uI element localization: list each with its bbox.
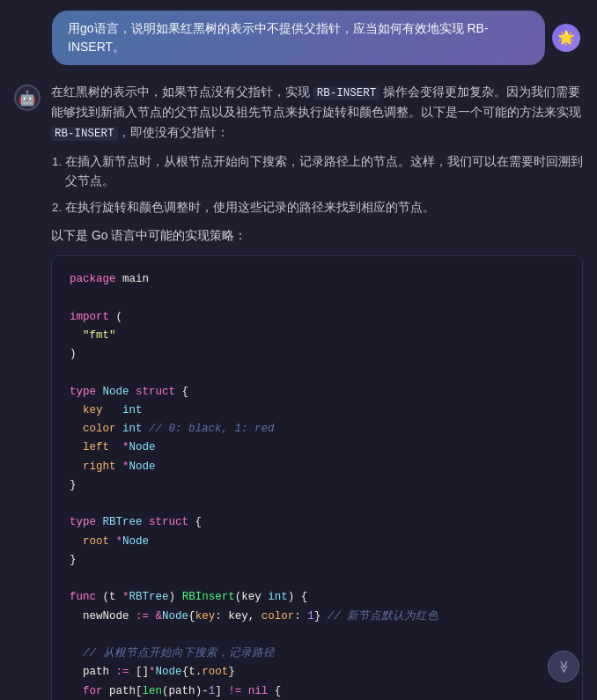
section-heading: 以下是 Go 语言中可能的实现策略： <box>51 225 583 247</box>
code-block[interactable]: package main import ( "fmt" ) type Node … <box>51 255 583 700</box>
user-avatar: 🌟 <box>552 24 580 52</box>
page-container: 用go语言，说明如果红黑树的表示中不提供父指针，应当如何有效地实现 RB-INS… <box>0 0 597 700</box>
ai-response-container: 🤖 在红黑树的表示中，如果节点没有父指针，实现 RB-INSERT 操作会变得更… <box>0 72 597 700</box>
code-content: package main import ( "fmt" ) type Node … <box>52 256 582 700</box>
ai-avatar-icon: 🤖 <box>14 85 41 111</box>
intro-paragraph: 在红黑树的表示中，如果节点没有父指针，实现 RB-INSERT 操作会变得更加复… <box>51 83 583 144</box>
user-message-text: 用go语言，说明如果红黑树的表示中不提供父指针，应当如何有效地实现 RB-INS… <box>68 21 489 54</box>
user-bubble: 用go语言，说明如果红黑树的表示中不提供父指针，应当如何有效地实现 RB-INS… <box>52 11 545 65</box>
inline-code-rb-insert: RB-INSERT <box>313 86 380 100</box>
ai-content: 在红黑树的表示中，如果节点没有父指针，实现 RB-INSERT 操作会变得更加复… <box>51 83 583 700</box>
user-message-container: 用go语言，说明如果红黑树的表示中不提供父指针，应当如何有效地实现 RB-INS… <box>0 0 597 72</box>
scroll-down-button[interactable]: ≫ <box>548 651 579 682</box>
inline-code-rb-insert-2: RB-INSERT <box>51 127 118 141</box>
list-item-1: 在插入新节点时，从根节点开始向下搜索，记录路径上的节点。这样，我们可以在需要时回… <box>65 152 583 190</box>
chevron-down-icon: ≫ <box>556 660 571 674</box>
numbered-list: 在插入新节点时，从根节点开始向下搜索，记录路径上的节点。这样，我们可以在需要时回… <box>65 152 583 217</box>
list-item-2: 在执行旋转和颜色调整时，使用这些记录的路径来找到相应的节点。 <box>65 198 583 217</box>
user-avatar-emoji: 🌟 <box>557 27 575 48</box>
